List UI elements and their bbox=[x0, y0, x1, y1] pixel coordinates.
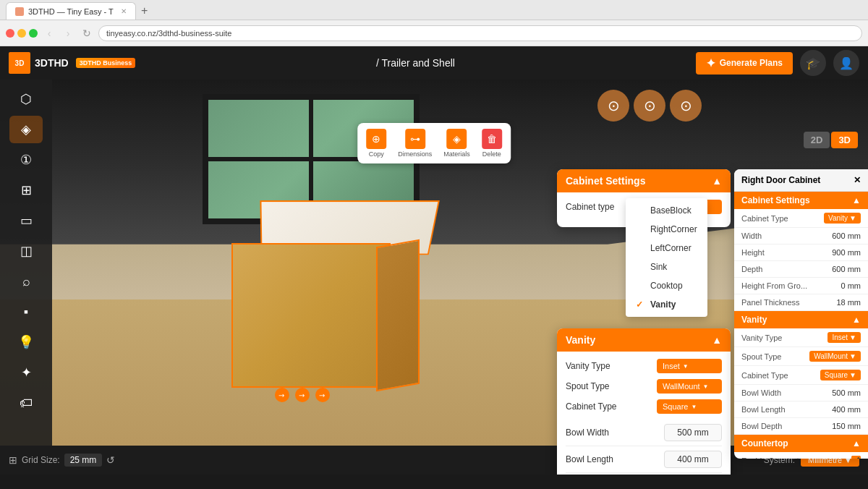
spout-type-chevron-down-icon: ▼ bbox=[703, 383, 709, 390]
active-tab[interactable]: 3DTHD — Tiny Easy - T ✕ bbox=[6, 2, 136, 20]
generate-plans-button[interactable]: ✦ Generate Plans bbox=[696, 52, 793, 75]
dropdown-item-cooktop[interactable]: Cooktop bbox=[626, 276, 707, 295]
move-arrows-container: ↗ ↗ ↗ bbox=[275, 388, 330, 402]
view-circle-3[interactable]: ⊙ bbox=[670, 90, 702, 122]
sidebar-item-1[interactable]: ◈ bbox=[9, 116, 43, 143]
right-countertop-chevron-icon[interactable]: ▲ bbox=[852, 438, 861, 448]
sidebar-item-3[interactable]: ⊞ bbox=[9, 177, 43, 204]
back-btn[interactable]: ‹ bbox=[42, 26, 56, 41]
address-bar[interactable]: tinyeasy.co.nz/3dthd-business-suite bbox=[98, 25, 862, 41]
vanity-type-select[interactable]: Inset ▼ bbox=[657, 359, 722, 373]
cabinet-side-face bbox=[376, 239, 420, 392]
right-vanity-type-select[interactable]: Inset ▼ bbox=[827, 332, 861, 343]
cabinet-3d-model[interactable] bbox=[231, 200, 434, 388]
tab-close-btn[interactable]: ✕ bbox=[121, 7, 127, 15]
right-enable-countertop-checkbox[interactable] bbox=[851, 456, 861, 459]
sidebar-item-8[interactable]: 💡 bbox=[9, 328, 43, 356]
vanity-panel: Vanity ▲ Vanity Type Inset ▼ Spout Type … bbox=[557, 328, 731, 475]
new-tab-button[interactable]: + bbox=[136, 2, 153, 20]
cabinet-settings-panel: Cabinet Settings ▲ Cabinet type Vanity ▼… bbox=[557, 169, 731, 227]
right-panel-thickness-row: Panel Thickness 18 mm bbox=[734, 294, 868, 311]
cabinet-type-label: Cabinet type bbox=[566, 202, 614, 212]
cabinet-settings-collapse-btn[interactable]: ▲ bbox=[712, 175, 722, 187]
right-width-row: Width 600 mm bbox=[734, 228, 868, 244]
toolbar-materials[interactable]: ◈ Materials bbox=[443, 129, 470, 158]
cabinet-settings-header: Cabinet Settings ▲ bbox=[557, 169, 731, 192]
sidebar-item-7[interactable]: ▪ bbox=[9, 298, 43, 326]
bowl-width-input[interactable]: 500 mm bbox=[664, 424, 722, 441]
toolbar-delete[interactable]: 🗑 Delete bbox=[482, 129, 502, 158]
spout-type-value: WallMount bbox=[663, 382, 700, 391]
top-navigation: 3D 3DTHD 3DTHD Business / Trailer and Sh… bbox=[0, 46, 868, 80]
help-button[interactable]: 🎓 bbox=[800, 50, 826, 76]
cabinet-type-select-vanity[interactable]: Square ▼ bbox=[657, 399, 722, 414]
right-vanity-chevron-icon[interactable]: ▲ bbox=[852, 315, 861, 325]
dropdown-item-rightcorner[interactable]: RightCorner bbox=[626, 220, 707, 239]
tab-bar: 3DTHD — Tiny Easy - T ✕ + bbox=[0, 0, 868, 20]
bowl-length-input[interactable]: 400 mm bbox=[664, 451, 722, 468]
view-2d-button[interactable]: 2D bbox=[804, 132, 830, 148]
dropdown-item-baseblock[interactable]: BaseBlock bbox=[626, 201, 707, 220]
right-panel-title-bar: Right Door Cabinet ✕ bbox=[734, 169, 868, 192]
sidebar-item-4[interactable]: ▭ bbox=[9, 207, 43, 234]
right-height-from-ground-value: 0 mm bbox=[841, 281, 861, 290]
minimize-window-btn[interactable] bbox=[17, 29, 26, 38]
right-cabinet-settings-chevron-icon[interactable]: ▲ bbox=[852, 195, 861, 205]
move-arrow-1[interactable]: ↗ bbox=[272, 385, 292, 405]
right-vanity-header: Vanity ▲ bbox=[734, 311, 868, 328]
page-title: / Trailer and Shell bbox=[142, 57, 688, 69]
tab-title: 3DTHD — Tiny Easy - T bbox=[28, 7, 114, 16]
sidebar-item-2[interactable]: ① bbox=[9, 146, 43, 174]
right-width-value: 600 mm bbox=[832, 231, 861, 240]
grid-size-value[interactable]: 25 mm bbox=[64, 454, 103, 467]
right-height-from-ground-row: Height From Gro... 0 mm bbox=[734, 278, 868, 294]
sidebar-item-10[interactable]: 🏷 bbox=[9, 389, 43, 417]
vanity-body: Vanity Type Inset ▼ Spout Type WallMount… bbox=[557, 352, 731, 475]
right-height-label: Height bbox=[741, 248, 765, 257]
right-panel-close-icon[interactable]: ✕ bbox=[854, 175, 861, 185]
forward-btn[interactable]: › bbox=[61, 26, 75, 41]
toolbar-dimensions[interactable]: ⊶ Dimensions bbox=[398, 129, 432, 158]
right-panel-thickness-label: Panel Thickness bbox=[741, 298, 800, 307]
maximize-window-btn[interactable] bbox=[29, 29, 38, 38]
right-cabinet-type2-select[interactable]: Square ▼ bbox=[820, 370, 861, 380]
right-vanity-type-chevron-down-icon: ▼ bbox=[849, 333, 856, 341]
view-circle-1[interactable]: ⊙ bbox=[597, 90, 629, 122]
move-arrow-2[interactable]: ↗ bbox=[292, 385, 312, 405]
move-arrow-3[interactable]: ↗ bbox=[312, 385, 333, 405]
right-cabinet-settings-header: Cabinet Settings ▲ bbox=[734, 192, 868, 209]
vanity-collapse-btn[interactable]: ▲ bbox=[712, 334, 722, 346]
spout-type-select[interactable]: WallMount ▼ bbox=[657, 379, 722, 394]
right-spout-type-label: Spout Type bbox=[741, 352, 781, 361]
cabinet-type-chevron-down-icon-vanity: ▼ bbox=[691, 404, 697, 410]
reset-grid-button[interactable]: ↺ bbox=[106, 454, 115, 466]
copy-label: Copy bbox=[369, 150, 384, 158]
view-circle-2[interactable]: ⊙ bbox=[634, 90, 665, 122]
right-bowl-length-value: 400 mm bbox=[832, 405, 861, 414]
right-bowl-length-row: Bowl Length 400 mm bbox=[734, 401, 868, 418]
sidebar-item-6[interactable]: ⌕ bbox=[9, 268, 43, 295]
right-spout-type-select[interactable]: WallMount ▼ bbox=[809, 351, 861, 362]
grid-icon: ⊞ bbox=[9, 454, 17, 466]
sidebar-item-9[interactable]: ✦ bbox=[9, 359, 43, 386]
dropdown-item-sink[interactable]: Sink bbox=[626, 258, 707, 276]
app-container: 3D 3DTHD 3DTHD Business / Trailer and Sh… bbox=[0, 46, 868, 475]
user-button[interactable]: 👤 bbox=[833, 50, 859, 76]
sidebar-item-0[interactable]: ⬡ bbox=[9, 85, 43, 113]
right-bowl-depth-row: Bowl Depth 150 mm bbox=[734, 418, 868, 435]
bowl-width-row: Bowl Width 500 mm bbox=[566, 420, 722, 446]
toolbar-copy[interactable]: ⊕ Copy bbox=[366, 129, 386, 158]
sidebar-item-5[interactable]: ◫ bbox=[9, 237, 43, 265]
view-3d-button[interactable]: 3D bbox=[831, 132, 858, 148]
right-cabinet-type-row: Cabinet Type Vanity ▼ bbox=[734, 209, 868, 228]
generate-icon: ✦ bbox=[706, 56, 715, 70]
reload-btn[interactable]: ↻ bbox=[80, 26, 94, 41]
dropdown-item-vanity[interactable]: ✓ Vanity bbox=[626, 295, 707, 314]
sidebar-icon-1: ◈ bbox=[21, 122, 31, 137]
close-window-btn[interactable] bbox=[6, 29, 14, 38]
sidebar-icon-10: 🏷 bbox=[20, 396, 33, 411]
logo-text: 3DTHD bbox=[35, 57, 69, 69]
dropdown-item-leftcorner[interactable]: LeftCorner bbox=[626, 239, 707, 258]
right-countertop-label: Countertop bbox=[741, 438, 788, 448]
right-cabinet-type-select[interactable]: Vanity ▼ bbox=[824, 213, 861, 224]
